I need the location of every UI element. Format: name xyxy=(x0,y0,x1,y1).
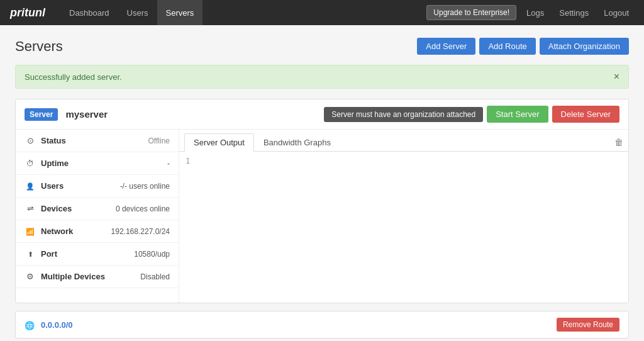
globe-icon-0 xyxy=(25,320,35,330)
route-buttons-0: Remove Route xyxy=(557,318,619,332)
tabs-bar: Server Output Bandwidth Graphs 🗑 xyxy=(179,130,628,152)
server-status-hint: Server must have an organization attache… xyxy=(324,107,483,122)
line-number: 1 xyxy=(186,157,190,165)
server-body: Status Offline Uptime - Users -/- users … xyxy=(16,130,628,303)
tabs-left: Server Output Bandwidth Graphs xyxy=(184,133,340,151)
tab-bandwidth-graphs[interactable]: Bandwidth Graphs xyxy=(254,133,340,151)
stat-users: Users -/- users online xyxy=(16,175,179,198)
server-card: Server myserver Server must have an orga… xyxy=(15,99,629,303)
nav-users[interactable]: Users xyxy=(118,0,157,25)
page-content: Servers Add Server Add Route Attach Orga… xyxy=(0,25,644,341)
server-header-buttons: Server must have an organization attache… xyxy=(324,106,619,123)
success-alert: Successfully added server. × xyxy=(15,65,629,89)
page-title: Servers xyxy=(15,38,63,55)
alert-close-button[interactable]: × xyxy=(614,72,619,82)
network-value: 192.168.227.0/24 xyxy=(111,227,170,236)
status-value: Offline xyxy=(148,137,170,145)
network-icon xyxy=(25,226,36,236)
navbar-right: Upgrade to Enterprise! Logs Settings Log… xyxy=(426,5,634,20)
network-label: Network xyxy=(41,226,106,236)
attach-organization-button[interactable]: Attach Organization xyxy=(540,38,629,55)
nav-dashboard[interactable]: Dashboard xyxy=(60,0,118,25)
stat-port: Port 10580/udp xyxy=(16,243,179,266)
port-label: Port xyxy=(41,249,129,259)
multiple-devices-icon xyxy=(25,272,36,281)
upgrade-button[interactable]: Upgrade to Enterprise! xyxy=(426,5,516,20)
nav-links: Dashboard Users Servers xyxy=(60,0,426,25)
nav-logout[interactable]: Logout xyxy=(599,8,634,18)
multiple-devices-label: Multiple Devices xyxy=(41,272,135,281)
delete-server-button[interactable]: Delete Server xyxy=(552,106,619,123)
users-icon xyxy=(25,181,36,191)
page-header: Servers Add Server Add Route Attach Orga… xyxy=(15,38,629,55)
output-area: 1 xyxy=(179,152,628,303)
tab-server-output[interactable]: Server Output xyxy=(184,133,254,152)
users-value: -/- users online xyxy=(120,182,170,191)
stat-devices: Devices 0 devices online xyxy=(16,198,179,220)
add-route-button[interactable]: Add Route xyxy=(479,38,535,55)
route-name-0: 0.0.0.0/0 xyxy=(41,320,550,330)
nav-logs[interactable]: Logs xyxy=(521,8,549,18)
devices-label: Devices xyxy=(41,204,111,213)
nav-servers[interactable]: Servers xyxy=(157,0,203,25)
remove-route-0-button[interactable]: Remove Route xyxy=(557,318,619,332)
server-name: myserver xyxy=(65,109,316,120)
server-card-header: Server myserver Server must have an orga… xyxy=(16,99,628,130)
navbar: pritunl Dashboard Users Servers Upgrade … xyxy=(0,0,644,25)
nav-settings[interactable]: Settings xyxy=(554,8,594,18)
alert-message: Successfully added server. xyxy=(25,72,122,82)
start-server-button[interactable]: Start Server xyxy=(487,106,548,123)
trash-icon[interactable]: 🗑 xyxy=(614,137,623,151)
stat-uptime: Uptime - xyxy=(16,152,179,175)
uptime-value: - xyxy=(167,159,170,168)
devices-icon xyxy=(25,204,36,213)
route-row-0: 0.0.0.0/0 Remove Route xyxy=(15,311,629,338)
uptime-label: Uptime xyxy=(41,159,162,168)
server-output-panel: Server Output Bandwidth Graphs 🗑 1 xyxy=(179,130,628,303)
port-icon xyxy=(25,249,36,259)
header-buttons: Add Server Add Route Attach Organization xyxy=(417,38,629,55)
stat-status: Status Offline xyxy=(16,130,179,152)
devices-value: 0 devices online xyxy=(116,204,170,213)
status-label: Status xyxy=(41,136,143,145)
stat-multiple-devices: Multiple Devices Disabled xyxy=(16,266,179,288)
status-icon xyxy=(25,136,36,145)
add-server-button[interactable]: Add Server xyxy=(417,38,475,55)
brand-logo: pritunl xyxy=(10,6,45,20)
users-label: Users xyxy=(41,181,115,191)
port-value: 10580/udp xyxy=(134,250,170,259)
multiple-devices-value: Disabled xyxy=(140,272,170,281)
stat-network: Network 192.168.227.0/24 xyxy=(16,220,179,243)
uptime-icon xyxy=(25,159,36,168)
server-stats-panel: Status Offline Uptime - Users -/- users … xyxy=(16,130,179,303)
server-badge: Server xyxy=(25,108,58,121)
